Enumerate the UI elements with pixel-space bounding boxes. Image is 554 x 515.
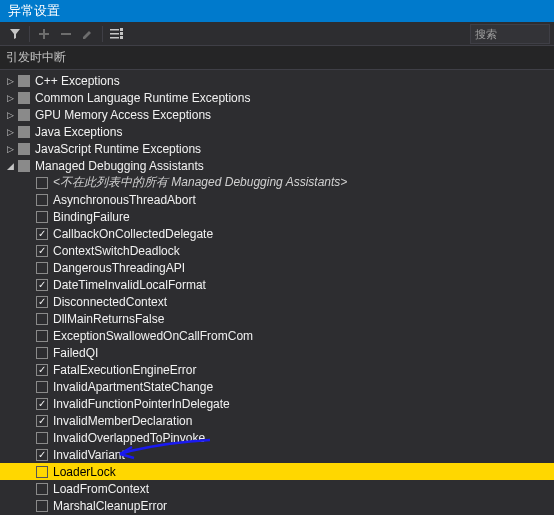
checkbox[interactable] bbox=[36, 466, 48, 478]
item-label: InvalidApartmentStateChange bbox=[53, 380, 213, 394]
svg-rect-5 bbox=[120, 32, 123, 35]
expand-icon[interactable]: ▷ bbox=[4, 75, 16, 87]
exception-row[interactable]: <不在此列表中的所有 Managed Debugging Assistants> bbox=[0, 174, 554, 191]
checkbox[interactable]: ✓ bbox=[36, 398, 48, 410]
category-row[interactable]: ▷C++ Exceptions bbox=[0, 72, 554, 89]
exception-row[interactable]: BindingFailure bbox=[0, 208, 554, 225]
checkbox[interactable]: ✓ bbox=[36, 245, 48, 257]
svg-rect-4 bbox=[120, 28, 123, 31]
options-icon[interactable] bbox=[106, 23, 128, 45]
exception-row[interactable]: InvalidApartmentStateChange bbox=[0, 378, 554, 395]
expander-placeholder bbox=[22, 449, 34, 461]
expander-placeholder bbox=[22, 330, 34, 342]
checkbox[interactable] bbox=[36, 262, 48, 274]
checkbox[interactable]: ✓ bbox=[36, 279, 48, 291]
exception-row[interactable]: MarshalCleanupError bbox=[0, 497, 554, 514]
exception-row[interactable]: LoadFromContext bbox=[0, 480, 554, 497]
exception-row[interactable]: LoaderLock bbox=[0, 463, 554, 480]
exception-row[interactable]: ✓ContextSwitchDeadlock bbox=[0, 242, 554, 259]
exception-row[interactable]: FailedQI bbox=[0, 344, 554, 361]
expander-placeholder bbox=[22, 211, 34, 223]
expand-icon[interactable]: ▷ bbox=[4, 143, 16, 155]
item-label: DisconnectedContext bbox=[53, 295, 167, 309]
exception-row[interactable]: ✓InvalidFunctionPointerInDelegate bbox=[0, 395, 554, 412]
checkbox[interactable] bbox=[36, 483, 48, 495]
separator bbox=[102, 26, 103, 42]
checkbox[interactable] bbox=[36, 381, 48, 393]
checkbox[interactable] bbox=[18, 160, 30, 172]
add-icon[interactable] bbox=[33, 23, 55, 45]
expander-placeholder bbox=[22, 177, 34, 189]
checkbox[interactable] bbox=[18, 109, 30, 121]
svg-rect-2 bbox=[110, 33, 119, 35]
category-row[interactable]: ▷JavaScript Runtime Exceptions bbox=[0, 140, 554, 157]
category-row[interactable]: ◢Managed Debugging Assistants bbox=[0, 157, 554, 174]
item-label: BindingFailure bbox=[53, 210, 130, 224]
checkbox[interactable] bbox=[18, 75, 30, 87]
exception-row[interactable]: AsynchronousThreadAbort bbox=[0, 191, 554, 208]
expander-placeholder bbox=[22, 381, 34, 393]
svg-rect-3 bbox=[110, 37, 119, 39]
expand-icon[interactable]: ▷ bbox=[4, 126, 16, 138]
category-row[interactable]: ▷GPU Memory Access Exceptions bbox=[0, 106, 554, 123]
checkbox[interactable] bbox=[18, 143, 30, 155]
expand-icon[interactable]: ▷ bbox=[4, 109, 16, 121]
toolbar bbox=[0, 22, 554, 46]
collapse-icon[interactable]: ◢ bbox=[4, 160, 16, 172]
checkbox[interactable]: ✓ bbox=[36, 296, 48, 308]
checkbox[interactable] bbox=[36, 347, 48, 359]
item-label: JavaScript Runtime Exceptions bbox=[35, 142, 201, 156]
minus-icon[interactable] bbox=[55, 23, 77, 45]
exception-row[interactable]: ✓DisconnectedContext bbox=[0, 293, 554, 310]
exception-row[interactable]: InvalidOverlappedToPinvoke bbox=[0, 429, 554, 446]
category-row[interactable]: ▷Common Language Runtime Exceptions bbox=[0, 89, 554, 106]
expand-icon[interactable]: ▷ bbox=[4, 92, 16, 104]
category-row[interactable]: ▷Java Exceptions bbox=[0, 123, 554, 140]
checkbox[interactable] bbox=[36, 313, 48, 325]
expander-placeholder bbox=[22, 262, 34, 274]
exception-row[interactable]: ✓DateTimeInvalidLocalFormat bbox=[0, 276, 554, 293]
exception-row[interactable]: ✓InvalidMemberDeclaration bbox=[0, 412, 554, 429]
checkbox[interactable]: ✓ bbox=[36, 364, 48, 376]
checkbox[interactable]: ✓ bbox=[36, 449, 48, 461]
checkbox[interactable] bbox=[36, 211, 48, 223]
expander-placeholder bbox=[22, 194, 34, 206]
separator bbox=[29, 26, 30, 42]
item-label: InvalidMemberDeclaration bbox=[53, 414, 192, 428]
exception-row[interactable]: ✓FatalExecutionEngineError bbox=[0, 361, 554, 378]
exception-row[interactable]: ✓CallbackOnCollectedDelegate bbox=[0, 225, 554, 242]
checkbox[interactable] bbox=[18, 92, 30, 104]
exception-row[interactable]: ✓InvalidVariant bbox=[0, 446, 554, 463]
item-label: InvalidVariant bbox=[53, 448, 125, 462]
svg-rect-6 bbox=[120, 36, 123, 39]
item-label: Java Exceptions bbox=[35, 125, 122, 139]
item-label: LoaderLock bbox=[53, 465, 116, 479]
expander-placeholder bbox=[22, 432, 34, 444]
item-label: <不在此列表中的所有 Managed Debugging Assistants> bbox=[53, 174, 347, 191]
checkbox[interactable] bbox=[36, 500, 48, 512]
exception-row[interactable]: DangerousThreadingAPI bbox=[0, 259, 554, 276]
checkbox[interactable] bbox=[36, 330, 48, 342]
checkbox[interactable] bbox=[36, 432, 48, 444]
expander-placeholder bbox=[22, 245, 34, 257]
item-label: DllMainReturnsFalse bbox=[53, 312, 164, 326]
item-label: InvalidOverlappedToPinvoke bbox=[53, 431, 205, 445]
exception-row[interactable]: DllMainReturnsFalse bbox=[0, 310, 554, 327]
checkbox[interactable]: ✓ bbox=[36, 228, 48, 240]
checkbox[interactable] bbox=[18, 126, 30, 138]
exception-tree: ▷C++ Exceptions▷Common Language Runtime … bbox=[0, 70, 554, 515]
expander-placeholder bbox=[22, 296, 34, 308]
filter-icon[interactable] bbox=[4, 23, 26, 45]
window-titlebar: 异常设置 bbox=[0, 0, 554, 22]
section-header: 引发时中断 bbox=[0, 46, 554, 70]
search-field[interactable] bbox=[471, 28, 549, 40]
item-label: ContextSwitchDeadlock bbox=[53, 244, 180, 258]
item-label: DateTimeInvalidLocalFormat bbox=[53, 278, 206, 292]
checkbox[interactable]: ✓ bbox=[36, 415, 48, 427]
search-input[interactable] bbox=[470, 24, 550, 44]
edit-icon[interactable] bbox=[77, 23, 99, 45]
expander-placeholder bbox=[22, 398, 34, 410]
checkbox[interactable] bbox=[36, 194, 48, 206]
checkbox[interactable] bbox=[36, 177, 48, 189]
exception-row[interactable]: ExceptionSwallowedOnCallFromCom bbox=[0, 327, 554, 344]
